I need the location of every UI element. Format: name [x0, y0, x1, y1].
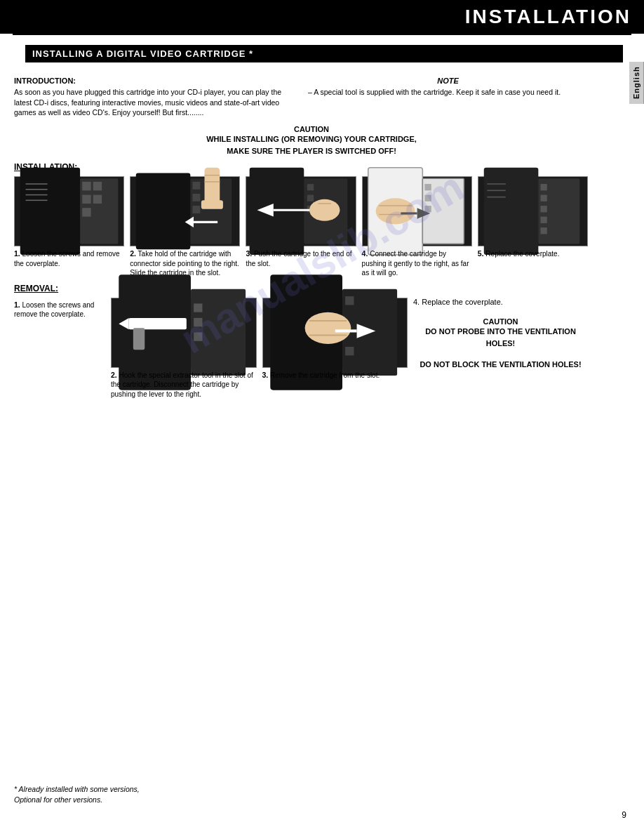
- intro-heading: INTRODUCTION:: [14, 77, 294, 85]
- install-image-1: [14, 176, 124, 246]
- install-step-5: 5. Replace the coverplate.: [478, 176, 588, 278]
- install-step-4: 4. Connect the cartridge by pushing it g…: [362, 176, 472, 278]
- svg-rect-15: [193, 206, 201, 213]
- intro-left: INTRODUCTION: As soon as you have plugge…: [14, 77, 294, 118]
- svg-rect-6: [93, 195, 102, 204]
- svg-rect-43: [540, 184, 546, 190]
- removal-step4-area: 4. Replace the coverplate. CAUTION DO NO…: [413, 298, 588, 371]
- caution-title: CAUTION: [14, 125, 609, 133]
- install-step-1: 1. Loosen the screws and remove the cove…: [14, 176, 124, 278]
- install-image-2: [130, 176, 240, 246]
- svg-rect-11: [136, 173, 191, 250]
- svg-rect-25: [307, 195, 314, 201]
- svg-rect-17: [201, 201, 223, 209]
- note-heading: NOTE: [308, 77, 588, 85]
- removal-caption-3: 3. Remove the cartridge from the slot.: [262, 370, 408, 380]
- note-text: – A special tool is supplied with the ca…: [308, 87, 588, 98]
- page-title: INSTALLATION: [465, 6, 631, 27]
- removal-step2: 2. Hook the special extractor tool in th…: [111, 298, 257, 399]
- install-image-3: [246, 176, 356, 246]
- section-title-bar: INSTALLING A DIGITAL VIDEO CARTRIDGE *: [25, 45, 623, 62]
- svg-rect-57: [194, 318, 202, 326]
- removal-image-3: [262, 298, 408, 368]
- svg-point-61: [304, 312, 351, 344]
- intro-section: INTRODUCTION: As soon as you have plugge…: [14, 77, 609, 118]
- removal-step4-text: 4. Replace the coverplate.: [413, 298, 588, 306]
- language-tab: English: [629, 62, 644, 104]
- svg-rect-44: [540, 195, 546, 201]
- svg-rect-13: [193, 182, 201, 190]
- svg-rect-67: [345, 347, 354, 355]
- svg-point-36: [375, 198, 415, 224]
- removal-section: REMOVAL: 1. Loosen the screws and remove…: [14, 284, 609, 399]
- svg-rect-46: [540, 217, 546, 223]
- svg-rect-53: [129, 318, 187, 329]
- removal-step3: 3. Remove the cartridge from the slot.: [262, 298, 408, 380]
- installation-images-row: 1. Loosen the screws and remove the cove…: [14, 176, 609, 278]
- install-caption-1: 1. Loosen the screws and remove the cove…: [14, 249, 124, 268]
- svg-rect-24: [307, 184, 314, 190]
- bottom-caution-line1: DO NOT PROBE INTO THE VENTILATION HOLES!: [413, 326, 588, 350]
- section-title: INSTALLING A DIGITAL VIDEO CARTRIDGE *: [32, 48, 253, 59]
- svg-rect-55: [133, 328, 145, 350]
- intro-right: NOTE – A special tool is supplied with t…: [308, 77, 588, 118]
- removal-caption-2: 2. Hook the special extractor tool in th…: [111, 370, 257, 399]
- install-step-2: 2. Take hold of the cartridge with conne…: [130, 176, 240, 278]
- svg-rect-58: [194, 333, 202, 341]
- svg-rect-2: [82, 182, 90, 190]
- svg-rect-14: [193, 194, 201, 201]
- install-image-4: [362, 176, 472, 246]
- intro-text: As soon as you have plugged this cartrid…: [14, 87, 294, 118]
- page-number: 9: [622, 810, 626, 820]
- svg-rect-41: [484, 168, 539, 255]
- svg-rect-5: [93, 182, 102, 190]
- svg-rect-56: [194, 303, 202, 312]
- footer-note-line2: Optional for other versions.: [14, 795, 140, 806]
- bottom-caution-block: CAUTION DO NOT PROBE INTO THE VENTILATIO…: [413, 317, 588, 371]
- svg-rect-3: [82, 195, 90, 204]
- bottom-caution-title: CAUTION: [413, 317, 588, 326]
- svg-rect-16: [205, 168, 220, 206]
- install-step-3: 3. Push the cartridge to the end of the …: [246, 176, 356, 278]
- caution-text: WHILE INSTALLING (OR REMOVING) YOUR CART…: [14, 133, 609, 157]
- header-bar: INSTALLATION: [0, 0, 644, 34]
- svg-rect-4: [82, 208, 90, 216]
- header-divider: [13, 34, 631, 35]
- svg-rect-47: [540, 227, 546, 234]
- svg-point-29: [309, 199, 340, 221]
- svg-rect-35: [424, 206, 431, 212]
- caution-block: CAUTION WHILE INSTALLING (OR REMOVING) Y…: [14, 125, 609, 157]
- svg-rect-45: [540, 206, 546, 212]
- svg-rect-0: [20, 168, 80, 255]
- install-image-5: [478, 176, 588, 246]
- removal-step1-text: 1. Loosen the screws and remove the cove…: [14, 298, 105, 319]
- footer-note-line1: * Already installed with some versions,: [14, 784, 140, 795]
- footer-note: * Already installed with some versions, …: [14, 784, 140, 807]
- install-caption-5: 5. Replace the coverplate.: [478, 249, 588, 259]
- svg-rect-34: [424, 195, 431, 201]
- install-caption-3: 3. Push the cartridge to the end of the …: [246, 249, 356, 268]
- bottom-caution-line2: DO NOT BLOCK THE VENTILATION HOLES!: [413, 359, 588, 371]
- svg-rect-66: [345, 296, 354, 305]
- removal-image-2: [111, 298, 257, 368]
- svg-rect-33: [424, 184, 431, 190]
